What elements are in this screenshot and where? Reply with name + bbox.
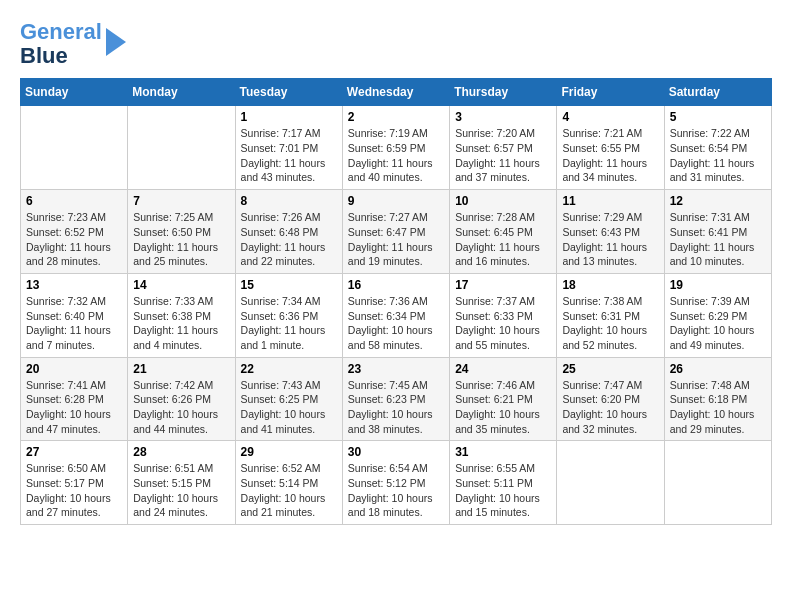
day-number: 13 — [26, 278, 122, 292]
weekday-header-tuesday: Tuesday — [235, 79, 342, 106]
day-info: Sunrise: 7:47 AMSunset: 6:20 PMDaylight:… — [562, 378, 658, 437]
day-info: Sunrise: 7:19 AMSunset: 6:59 PMDaylight:… — [348, 126, 444, 185]
day-number: 11 — [562, 194, 658, 208]
day-info: Sunrise: 7:20 AMSunset: 6:57 PMDaylight:… — [455, 126, 551, 185]
day-info: Sunrise: 7:32 AMSunset: 6:40 PMDaylight:… — [26, 294, 122, 353]
day-number: 2 — [348, 110, 444, 124]
day-info: Sunrise: 7:41 AMSunset: 6:28 PMDaylight:… — [26, 378, 122, 437]
day-info: Sunrise: 6:54 AMSunset: 5:12 PMDaylight:… — [348, 461, 444, 520]
day-number: 23 — [348, 362, 444, 376]
weekday-header-monday: Monday — [128, 79, 235, 106]
calendar-cell: 4Sunrise: 7:21 AMSunset: 6:55 PMDaylight… — [557, 106, 664, 190]
day-number: 24 — [455, 362, 551, 376]
calendar-cell: 6Sunrise: 7:23 AMSunset: 6:52 PMDaylight… — [21, 190, 128, 274]
page-header: GeneralBlue — [20, 20, 772, 68]
day-number: 16 — [348, 278, 444, 292]
day-number: 30 — [348, 445, 444, 459]
day-number: 21 — [133, 362, 229, 376]
day-info: Sunrise: 7:36 AMSunset: 6:34 PMDaylight:… — [348, 294, 444, 353]
day-info: Sunrise: 7:28 AMSunset: 6:45 PMDaylight:… — [455, 210, 551, 269]
day-info: Sunrise: 7:34 AMSunset: 6:36 PMDaylight:… — [241, 294, 337, 353]
day-number: 10 — [455, 194, 551, 208]
day-info: Sunrise: 7:43 AMSunset: 6:25 PMDaylight:… — [241, 378, 337, 437]
day-number: 8 — [241, 194, 337, 208]
calendar-cell: 20Sunrise: 7:41 AMSunset: 6:28 PMDayligh… — [21, 357, 128, 441]
day-number: 9 — [348, 194, 444, 208]
weekday-header-sunday: Sunday — [21, 79, 128, 106]
day-number: 31 — [455, 445, 551, 459]
calendar-cell: 18Sunrise: 7:38 AMSunset: 6:31 PMDayligh… — [557, 273, 664, 357]
calendar-cell: 23Sunrise: 7:45 AMSunset: 6:23 PMDayligh… — [342, 357, 449, 441]
day-info: Sunrise: 7:27 AMSunset: 6:47 PMDaylight:… — [348, 210, 444, 269]
day-info: Sunrise: 7:17 AMSunset: 7:01 PMDaylight:… — [241, 126, 337, 185]
day-number: 4 — [562, 110, 658, 124]
calendar-cell: 24Sunrise: 7:46 AMSunset: 6:21 PMDayligh… — [450, 357, 557, 441]
day-number: 20 — [26, 362, 122, 376]
calendar-cell: 31Sunrise: 6:55 AMSunset: 5:11 PMDayligh… — [450, 441, 557, 525]
calendar-cell: 21Sunrise: 7:42 AMSunset: 6:26 PMDayligh… — [128, 357, 235, 441]
calendar-cell: 13Sunrise: 7:32 AMSunset: 6:40 PMDayligh… — [21, 273, 128, 357]
calendar-cell: 7Sunrise: 7:25 AMSunset: 6:50 PMDaylight… — [128, 190, 235, 274]
calendar-cell — [128, 106, 235, 190]
calendar-cell: 9Sunrise: 7:27 AMSunset: 6:47 PMDaylight… — [342, 190, 449, 274]
day-number: 29 — [241, 445, 337, 459]
day-number: 19 — [670, 278, 766, 292]
calendar-table: SundayMondayTuesdayWednesdayThursdayFrid… — [20, 78, 772, 525]
day-info: Sunrise: 6:55 AMSunset: 5:11 PMDaylight:… — [455, 461, 551, 520]
calendar-cell — [21, 106, 128, 190]
day-number: 28 — [133, 445, 229, 459]
day-number: 18 — [562, 278, 658, 292]
calendar-cell: 19Sunrise: 7:39 AMSunset: 6:29 PMDayligh… — [664, 273, 771, 357]
calendar-cell: 3Sunrise: 7:20 AMSunset: 6:57 PMDaylight… — [450, 106, 557, 190]
calendar-cell: 30Sunrise: 6:54 AMSunset: 5:12 PMDayligh… — [342, 441, 449, 525]
calendar-cell: 28Sunrise: 6:51 AMSunset: 5:15 PMDayligh… — [128, 441, 235, 525]
day-info: Sunrise: 7:21 AMSunset: 6:55 PMDaylight:… — [562, 126, 658, 185]
day-info: Sunrise: 7:39 AMSunset: 6:29 PMDaylight:… — [670, 294, 766, 353]
weekday-header-saturday: Saturday — [664, 79, 771, 106]
day-number: 15 — [241, 278, 337, 292]
calendar-cell: 17Sunrise: 7:37 AMSunset: 6:33 PMDayligh… — [450, 273, 557, 357]
day-info: Sunrise: 7:25 AMSunset: 6:50 PMDaylight:… — [133, 210, 229, 269]
day-number: 6 — [26, 194, 122, 208]
day-info: Sunrise: 7:42 AMSunset: 6:26 PMDaylight:… — [133, 378, 229, 437]
calendar-cell: 12Sunrise: 7:31 AMSunset: 6:41 PMDayligh… — [664, 190, 771, 274]
day-number: 26 — [670, 362, 766, 376]
calendar-cell: 25Sunrise: 7:47 AMSunset: 6:20 PMDayligh… — [557, 357, 664, 441]
calendar-cell: 5Sunrise: 7:22 AMSunset: 6:54 PMDaylight… — [664, 106, 771, 190]
weekday-header-thursday: Thursday — [450, 79, 557, 106]
day-info: Sunrise: 6:50 AMSunset: 5:17 PMDaylight:… — [26, 461, 122, 520]
day-number: 5 — [670, 110, 766, 124]
day-info: Sunrise: 7:38 AMSunset: 6:31 PMDaylight:… — [562, 294, 658, 353]
day-number: 12 — [670, 194, 766, 208]
calendar-cell — [664, 441, 771, 525]
calendar-cell: 8Sunrise: 7:26 AMSunset: 6:48 PMDaylight… — [235, 190, 342, 274]
calendar-cell: 26Sunrise: 7:48 AMSunset: 6:18 PMDayligh… — [664, 357, 771, 441]
day-number: 1 — [241, 110, 337, 124]
calendar-cell: 14Sunrise: 7:33 AMSunset: 6:38 PMDayligh… — [128, 273, 235, 357]
calendar-cell: 2Sunrise: 7:19 AMSunset: 6:59 PMDaylight… — [342, 106, 449, 190]
day-number: 17 — [455, 278, 551, 292]
day-info: Sunrise: 7:23 AMSunset: 6:52 PMDaylight:… — [26, 210, 122, 269]
day-info: Sunrise: 7:48 AMSunset: 6:18 PMDaylight:… — [670, 378, 766, 437]
day-info: Sunrise: 7:45 AMSunset: 6:23 PMDaylight:… — [348, 378, 444, 437]
day-number: 25 — [562, 362, 658, 376]
logo: GeneralBlue — [20, 20, 126, 68]
day-info: Sunrise: 7:22 AMSunset: 6:54 PMDaylight:… — [670, 126, 766, 185]
weekday-header-friday: Friday — [557, 79, 664, 106]
calendar-cell: 11Sunrise: 7:29 AMSunset: 6:43 PMDayligh… — [557, 190, 664, 274]
day-info: Sunrise: 7:31 AMSunset: 6:41 PMDaylight:… — [670, 210, 766, 269]
day-number: 27 — [26, 445, 122, 459]
calendar-cell: 29Sunrise: 6:52 AMSunset: 5:14 PMDayligh… — [235, 441, 342, 525]
day-info: Sunrise: 7:29 AMSunset: 6:43 PMDaylight:… — [562, 210, 658, 269]
calendar-cell — [557, 441, 664, 525]
day-number: 7 — [133, 194, 229, 208]
calendar-cell: 16Sunrise: 7:36 AMSunset: 6:34 PMDayligh… — [342, 273, 449, 357]
day-number: 22 — [241, 362, 337, 376]
calendar-cell: 22Sunrise: 7:43 AMSunset: 6:25 PMDayligh… — [235, 357, 342, 441]
day-info: Sunrise: 7:46 AMSunset: 6:21 PMDaylight:… — [455, 378, 551, 437]
calendar-cell: 27Sunrise: 6:50 AMSunset: 5:17 PMDayligh… — [21, 441, 128, 525]
day-info: Sunrise: 6:52 AMSunset: 5:14 PMDaylight:… — [241, 461, 337, 520]
calendar-cell: 1Sunrise: 7:17 AMSunset: 7:01 PMDaylight… — [235, 106, 342, 190]
day-info: Sunrise: 7:37 AMSunset: 6:33 PMDaylight:… — [455, 294, 551, 353]
day-info: Sunrise: 7:33 AMSunset: 6:38 PMDaylight:… — [133, 294, 229, 353]
